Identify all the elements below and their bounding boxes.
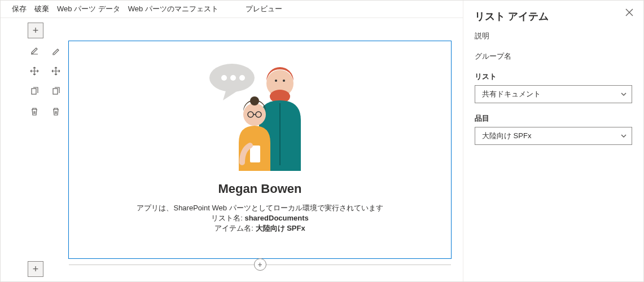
webpart-title: Megan Bowen xyxy=(218,182,302,196)
add-section-top-button[interactable]: + xyxy=(28,23,43,38)
toolbar-discard[interactable]: 破棄 xyxy=(34,4,49,14)
edit-webpart-button[interactable] xyxy=(49,44,63,58)
toolbar-save[interactable]: 保存 xyxy=(12,4,27,14)
close-panel-button[interactable] xyxy=(625,8,633,18)
panel-item-label: 品目 xyxy=(475,113,632,124)
list-dropdown[interactable]: 共有ドキュメント xyxy=(475,85,632,103)
panel-group-label: グループ名 xyxy=(475,51,632,61)
item-dropdown-value: 大陸向け SPFx xyxy=(482,131,531,141)
webpart-list-line: リスト名: sharedDocuments xyxy=(211,213,309,223)
placeholder-illustration xyxy=(198,52,322,173)
panel-title: リスト アイテム xyxy=(475,10,632,23)
toolbar-webpart-data[interactable]: Web パーツ データ xyxy=(57,4,120,14)
chevron-down-icon xyxy=(620,133,627,139)
svg-rect-0 xyxy=(32,89,36,94)
panel-description-label: 説明 xyxy=(475,31,632,41)
duplicate-section-button[interactable] xyxy=(28,85,41,98)
add-section-bottom-button[interactable]: + xyxy=(28,261,43,277)
svg-point-4 xyxy=(230,75,236,81)
toolbar-preview[interactable]: プレビュー xyxy=(246,4,282,14)
item-dropdown[interactable]: 大陸向け SPFx xyxy=(475,127,632,145)
webpart-subtitle: アプリは、SharePoint Web パーツとしてローカル環境で実行されていま… xyxy=(137,203,383,213)
delete-section-button[interactable] xyxy=(28,105,41,118)
svg-point-8 xyxy=(275,80,277,82)
duplicate-webpart-button[interactable] xyxy=(49,85,63,98)
list-dropdown-value: 共有ドキュメント xyxy=(482,89,541,99)
move-webpart-button[interactable] xyxy=(49,64,63,78)
property-panel: リスト アイテム 説明 グループ名 リスト 共有ドキュメント 品目 大陸向け S… xyxy=(463,1,643,281)
webpart-frame[interactable]: Megan Bowen アプリは、SharePoint Web パーツとしてロー… xyxy=(68,41,452,259)
toolbar: 保存 破棄 Web パーツ データ Web パーツのマニフェスト プレビュー xyxy=(1,1,463,18)
svg-point-5 xyxy=(239,75,245,81)
panel-list-label: リスト xyxy=(475,72,632,82)
svg-point-9 xyxy=(283,80,285,82)
edit-section-button[interactable] xyxy=(28,44,41,58)
svg-point-11 xyxy=(250,96,259,105)
chevron-down-icon xyxy=(620,91,627,98)
webpart-item-line: アイテム名: 大陸向け SPFx xyxy=(214,223,305,233)
svg-rect-15 xyxy=(250,146,260,162)
toolbar-webpart-manifest[interactable]: Web パーツのマニフェスト xyxy=(128,4,218,14)
add-webpart-button[interactable]: + xyxy=(254,258,266,271)
delete-webpart-button[interactable] xyxy=(49,105,63,118)
move-section-button[interactable] xyxy=(28,64,41,78)
svg-rect-1 xyxy=(53,89,58,94)
svg-point-3 xyxy=(221,75,227,81)
